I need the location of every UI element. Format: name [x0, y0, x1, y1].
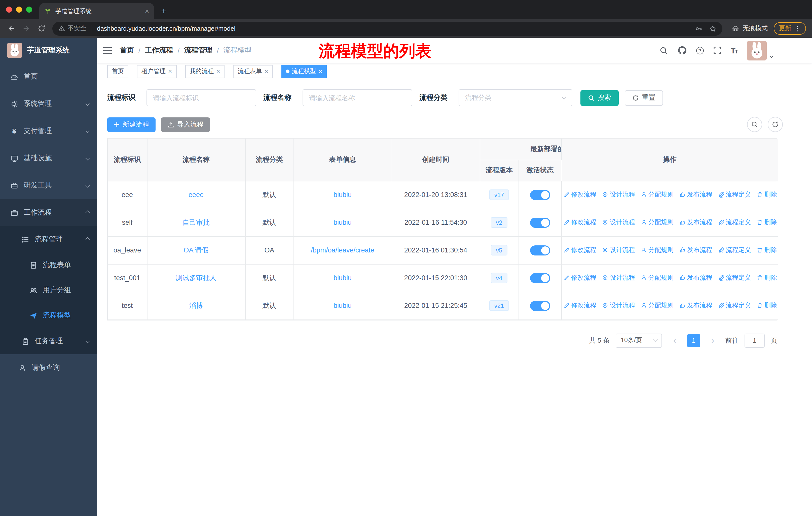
- process-name-link[interactable]: OA 请假: [183, 246, 208, 254]
- tag-home[interactable]: 首页: [107, 65, 128, 78]
- show-search-icon[interactable]: [747, 117, 762, 132]
- assign-rule-action[interactable]: 分配规则: [641, 246, 673, 254]
- process-definition-action[interactable]: 流程定义: [718, 301, 751, 310]
- sidebar-item-system[interactable]: 系统管理: [0, 90, 97, 117]
- search-icon[interactable]: [659, 46, 668, 55]
- status-toggle[interactable]: [530, 301, 550, 311]
- delete-action[interactable]: 删除: [757, 190, 777, 199]
- forward-button[interactable]: [19, 21, 33, 35]
- next-page-button[interactable]: ›: [706, 334, 719, 347]
- process-definition-action[interactable]: 流程定义: [718, 274, 751, 282]
- page-size-select[interactable]: 10条/页: [616, 333, 662, 348]
- help-icon[interactable]: ?: [696, 47, 703, 54]
- user-avatar[interactable]: [747, 40, 767, 60]
- process-definition-action[interactable]: 流程定义: [718, 246, 751, 254]
- design-process-action[interactable]: 设计流程: [602, 218, 635, 227]
- breadcrumb-item[interactable]: 首页: [120, 46, 134, 55]
- process-name-input[interactable]: [302, 89, 412, 106]
- version-badge[interactable]: v21: [489, 300, 509, 311]
- sidebar-item-process-form[interactable]: 流程表单: [0, 252, 97, 278]
- sidebar-collapse-icon[interactable]: [103, 47, 112, 54]
- sidebar-item-user-group[interactable]: 用户分组: [0, 278, 97, 303]
- bookmark-star-icon[interactable]: [709, 25, 716, 32]
- breadcrumb-item[interactable]: 工作流程: [145, 46, 173, 55]
- fullscreen-icon[interactable]: [713, 46, 721, 54]
- reset-button[interactable]: 重置: [625, 90, 663, 106]
- search-button[interactable]: 搜索: [580, 90, 619, 106]
- status-toggle[interactable]: [530, 245, 550, 255]
- tag-process-form[interactable]: 流程表单 ×: [233, 65, 272, 78]
- security-indicator[interactable]: 不安全: [58, 24, 86, 33]
- design-process-action[interactable]: 设计流程: [602, 274, 635, 282]
- goto-page-input[interactable]: [745, 333, 765, 348]
- process-key-input[interactable]: [146, 89, 256, 106]
- status-toggle[interactable]: [530, 190, 550, 200]
- delete-action[interactable]: 删除: [757, 246, 777, 254]
- form-info-link[interactable]: biubiu: [334, 191, 352, 198]
- process-name-link[interactable]: eeee: [188, 191, 204, 198]
- password-key-icon[interactable]: [695, 25, 702, 32]
- delete-action[interactable]: 删除: [757, 218, 777, 227]
- font-size-icon[interactable]: TT: [731, 46, 737, 55]
- sidebar-item-process-model[interactable]: 流程模型: [0, 303, 97, 328]
- sidebar-item-workflow[interactable]: 工作流程: [0, 199, 97, 226]
- sidebar-item-devtools[interactable]: 研发工具: [0, 172, 97, 199]
- sidebar-item-infra[interactable]: 基础设施: [0, 145, 97, 172]
- delete-action[interactable]: 删除: [757, 274, 777, 282]
- process-definition-action[interactable]: 流程定义: [718, 190, 751, 199]
- reload-button[interactable]: [34, 21, 48, 35]
- import-process-button[interactable]: 导入流程: [161, 117, 210, 132]
- refresh-icon[interactable]: [768, 117, 783, 132]
- sidebar-item-process-mgmt[interactable]: 流程管理: [0, 226, 97, 252]
- form-info-link[interactable]: biubiu: [334, 274, 352, 282]
- process-definition-action[interactable]: 流程定义: [718, 218, 751, 227]
- github-icon[interactable]: [677, 46, 687, 55]
- breadcrumb-item[interactable]: 流程管理: [184, 46, 212, 55]
- close-window-button[interactable]: [6, 6, 12, 12]
- browser-tab[interactable]: 芋道管理系统 ×: [39, 3, 154, 19]
- browser-update-chip[interactable]: 更新 ⋮: [774, 22, 806, 35]
- form-info-link[interactable]: biubiu: [334, 219, 352, 226]
- publish-process-action[interactable]: 发布流程: [679, 246, 712, 254]
- edit-process-action[interactable]: 修改流程: [563, 246, 596, 254]
- assign-rule-action[interactable]: 分配规则: [641, 274, 673, 282]
- category-select[interactable]: 流程分类: [459, 89, 572, 106]
- version-badge[interactable]: v17: [489, 189, 509, 200]
- delete-action[interactable]: 删除: [757, 301, 777, 310]
- assign-rule-action[interactable]: 分配规则: [641, 190, 673, 199]
- minimize-window-button[interactable]: [16, 6, 22, 12]
- status-toggle[interactable]: [530, 273, 550, 283]
- version-badge[interactable]: v5: [491, 245, 507, 255]
- design-process-action[interactable]: 设计流程: [602, 301, 635, 310]
- design-process-action[interactable]: 设计流程: [602, 190, 635, 199]
- tag-process-model[interactable]: 流程模型 ×: [282, 65, 327, 78]
- process-name-link[interactable]: 自己审批: [182, 218, 210, 226]
- address-bar[interactable]: 不安全 dashboard.yudao.iocoder.cn/bpm/manag…: [52, 21, 722, 35]
- process-name-link[interactable]: 滔博: [189, 302, 203, 309]
- sidebar-logo[interactable]: 芋道管理系统: [0, 38, 97, 63]
- form-info-link[interactable]: biubiu: [334, 302, 352, 309]
- close-icon[interactable]: ×: [264, 68, 268, 75]
- publish-process-action[interactable]: 发布流程: [679, 218, 712, 227]
- back-button[interactable]: [4, 21, 18, 35]
- edit-process-action[interactable]: 修改流程: [563, 301, 596, 310]
- close-icon[interactable]: ×: [168, 68, 172, 75]
- edit-process-action[interactable]: 修改流程: [563, 274, 596, 282]
- tab-close-icon[interactable]: ×: [145, 7, 149, 15]
- sidebar-item-task-mgmt[interactable]: 任务管理: [0, 328, 97, 354]
- assign-rule-action[interactable]: 分配规则: [641, 218, 673, 227]
- version-badge[interactable]: v2: [491, 217, 507, 228]
- sidebar-item-payment[interactable]: ¥ 支付管理: [0, 117, 97, 145]
- current-page[interactable]: 1: [687, 334, 700, 347]
- create-process-button[interactable]: 新建流程: [107, 117, 155, 132]
- version-badge[interactable]: v4: [491, 273, 507, 283]
- assign-rule-action[interactable]: 分配规则: [641, 301, 673, 310]
- tag-my-process[interactable]: 我的流程 ×: [185, 65, 225, 78]
- edit-process-action[interactable]: 修改流程: [563, 190, 596, 199]
- close-icon[interactable]: ×: [216, 68, 220, 75]
- url-text[interactable]: dashboard.yudao.iocoder.cn/bpm/manager/m…: [97, 25, 235, 32]
- design-process-action[interactable]: 设计流程: [602, 246, 635, 254]
- sidebar-item-leave-query[interactable]: 请假查询: [0, 354, 97, 381]
- process-name-link[interactable]: 测试多审批人: [176, 274, 216, 281]
- prev-page-button[interactable]: ‹: [668, 334, 681, 347]
